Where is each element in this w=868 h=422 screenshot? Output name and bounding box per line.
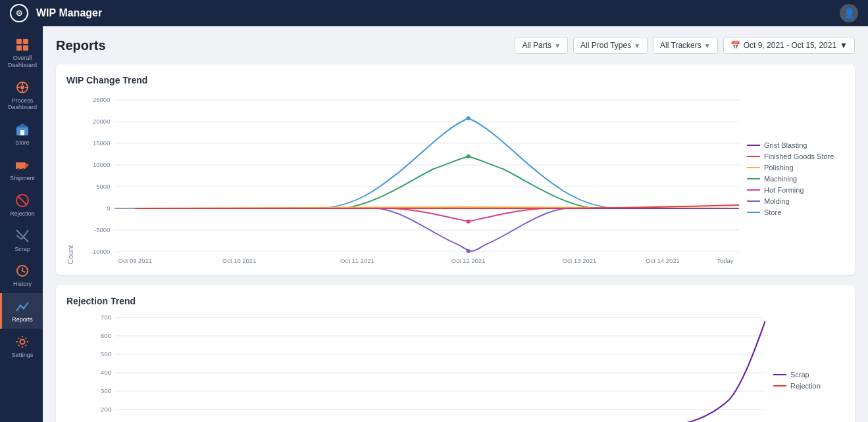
- svg-text:Oct 10 2021: Oct 10 2021: [222, 258, 257, 264]
- sidebar-label-store: Store: [15, 139, 30, 147]
- wip-svg: 25000 20000 15000 10000 5000 0 -5000 -10…: [80, 93, 739, 264]
- sidebar-item-settings[interactable]: Settings: [0, 329, 43, 364]
- rejection-y-axis-label: Count: [66, 314, 74, 422]
- store-icon: [14, 122, 30, 137]
- svg-point-5: [20, 85, 24, 89]
- svg-text:Oct 12 2021: Oct 12 2021: [451, 258, 486, 264]
- sidebar-item-rejection[interactable]: Rejection: [0, 187, 43, 223]
- svg-rect-13: [16, 162, 25, 169]
- rejection-chart-title: Rejection Trend: [66, 296, 844, 306]
- sidebar-item-scrap[interactable]: Scrap: [0, 223, 43, 258]
- rejection-chart-legend: Scrap Rejection: [765, 314, 844, 422]
- svg-text:25000: 25000: [93, 97, 110, 103]
- sidebar-item-store[interactable]: Store: [0, 116, 43, 152]
- sidebar-item-history[interactable]: History: [0, 258, 43, 293]
- svg-line-21: [16, 235, 22, 239]
- history-icon: [14, 263, 30, 279]
- sidebar-item-reports[interactable]: Reports: [0, 293, 43, 329]
- svg-rect-2: [16, 45, 22, 51]
- svg-text:0: 0: [107, 205, 110, 212]
- svg-text:-5000: -5000: [94, 227, 110, 233]
- all-prod-types-filter[interactable]: All Prod Types ▼: [573, 37, 648, 54]
- legend-color-finished-goods: [747, 156, 760, 157]
- legend-item-grist-blasting: Grist Blasting: [747, 141, 844, 149]
- svg-text:Oct 14 2021: Oct 14 2021: [646, 258, 680, 264]
- svg-rect-1: [23, 39, 28, 44]
- sidebar-item-overall-dashboard[interactable]: Overall Dashboard: [0, 32, 43, 74]
- legend-item-molding: Molding: [747, 197, 844, 205]
- svg-rect-0: [16, 39, 22, 44]
- svg-point-16: [22, 168, 24, 171]
- sidebar-label-settings: Settings: [12, 352, 34, 359]
- wip-chart-container: WIP Change Trend Count: [56, 64, 855, 275]
- sidebar-item-process-dashboard[interactable]: Process Dashboard: [0, 74, 43, 117]
- rejection-icon: [14, 193, 30, 208]
- legend-color-rejection: [773, 385, 786, 387]
- wip-chart-legend: Grist Blasting Finished Goods Store Poli…: [739, 93, 844, 264]
- sidebar-label-rejection: Rejection: [10, 210, 35, 218]
- legend-item-machining: Machining: [747, 175, 844, 183]
- legend-color-polishing: [747, 167, 760, 168]
- topbar: ⊙ WIP Manager 👤: [0, 0, 868, 26]
- svg-text:Oct 11 2021: Oct 11 2021: [340, 258, 374, 264]
- user-avatar[interactable]: 👤: [840, 4, 858, 22]
- sidebar-label-overall-dashboard: Overall Dashboard: [8, 55, 37, 69]
- legend-color-hot-forming: [747, 189, 760, 191]
- svg-text:200: 200: [101, 406, 111, 412]
- legend-color-store: [747, 212, 760, 213]
- svg-rect-12: [20, 130, 24, 135]
- overall-dashboard-icon: [14, 37, 30, 53]
- svg-text:15000: 15000: [93, 140, 110, 147]
- svg-text:5000: 5000: [96, 183, 110, 190]
- svg-point-53: [466, 220, 470, 223]
- date-range-filter[interactable]: 📅 Oct 9, 2021 - Oct 15, 2021 ▼: [723, 37, 855, 54]
- all-trackers-filter[interactable]: All Trackers ▼: [653, 37, 718, 54]
- svg-point-24: [23, 308, 25, 310]
- wip-chart-area: Count 25000 20000: [66, 93, 844, 264]
- svg-text:10000: 10000: [93, 162, 110, 168]
- svg-text:500: 500: [101, 350, 111, 357]
- settings-icon: [14, 334, 30, 350]
- legend-item-polishing: Polishing: [747, 164, 844, 172]
- main-layout: Overall Dashboard Process Dashboard Stor…: [0, 26, 868, 422]
- legend-color-machining: [747, 178, 760, 179]
- svg-point-25: [20, 339, 25, 344]
- sidebar-label-history: History: [13, 281, 32, 288]
- svg-line-18: [18, 196, 27, 205]
- sidebar-label-reports: Reports: [12, 316, 33, 323]
- legend-item-scrap: Scrap: [773, 371, 844, 379]
- app-title: WIP Manager: [36, 7, 102, 19]
- svg-text:20000: 20000: [93, 118, 110, 125]
- date-caret: ▼: [840, 41, 848, 50]
- all-trackers-caret: ▼: [704, 42, 711, 49]
- svg-point-50: [466, 116, 470, 120]
- sidebar-label-shipment: Shipment: [10, 175, 35, 182]
- app-logo: ⊙: [10, 4, 28, 22]
- page-header: Reports All Parts ▼ All Prod Types ▼ All…: [56, 37, 855, 54]
- svg-text:Today: Today: [717, 258, 734, 264]
- rejection-svg: 700 600 500 400 300 200 100: [80, 314, 765, 422]
- svg-text:600: 600: [101, 332, 111, 339]
- legend-item-store: Store: [747, 208, 844, 216]
- svg-text:300: 300: [101, 387, 111, 394]
- rejection-svg-wrapper: 700 600 500 400 300 200 100: [80, 314, 765, 422]
- svg-text:700: 700: [101, 314, 111, 321]
- content-area: Reports All Parts ▼ All Prod Types ▼ All…: [43, 26, 868, 422]
- sidebar-label-scrap: Scrap: [14, 246, 30, 253]
- reports-icon: [14, 298, 30, 314]
- calendar-icon: 📅: [730, 41, 740, 50]
- svg-text:Oct 09 2021: Oct 09 2021: [118, 258, 153, 264]
- sidebar-label-process-dashboard: Process Dashboard: [8, 97, 37, 112]
- legend-item-rejection: Rejection: [773, 382, 844, 390]
- svg-text:Oct 13 2021: Oct 13 2021: [563, 258, 597, 264]
- all-parts-filter[interactable]: All Parts ▼: [515, 37, 568, 54]
- svg-rect-3: [23, 45, 28, 51]
- svg-point-52: [466, 249, 470, 253]
- svg-point-23: [20, 305, 22, 307]
- sidebar-item-shipment[interactable]: Shipment: [0, 152, 43, 187]
- page-title: Reports: [56, 38, 515, 53]
- svg-marker-11: [16, 124, 29, 128]
- filter-bar: All Parts ▼ All Prod Types ▼ All Tracker…: [515, 37, 855, 54]
- svg-text:-10000: -10000: [91, 248, 111, 255]
- rejection-chart-container: Rejection Trend Count 700: [56, 285, 855, 422]
